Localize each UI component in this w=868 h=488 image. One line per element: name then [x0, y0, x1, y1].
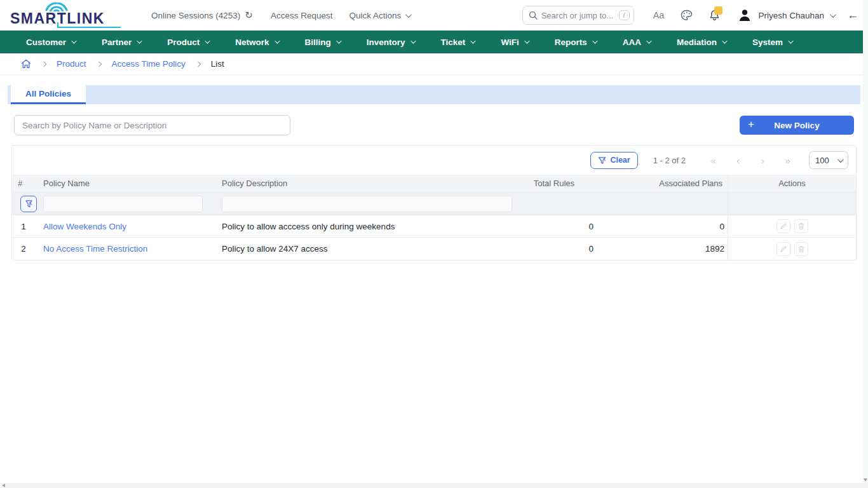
breadcrumb-current-list: List	[211, 59, 224, 69]
chevron-down-icon	[592, 38, 597, 43]
policy-name-link[interactable]: No Access Time Restriction	[43, 244, 147, 254]
vertical-scrollbar[interactable]	[863, 0, 868, 483]
nav-reports[interactable]: Reports	[541, 30, 609, 53]
delete-policy-button[interactable]	[794, 219, 808, 233]
avatar-icon	[738, 8, 752, 22]
chevron-down-icon	[410, 38, 416, 43]
smartlink-logo[interactable]: SMARTLINK	[9, 3, 122, 28]
col-index: #	[12, 179, 37, 188]
home-icon[interactable]	[21, 59, 31, 69]
pager: « ‹ › » 100	[701, 151, 848, 169]
theme-palette-button[interactable]	[681, 10, 693, 21]
new-policy-button[interactable]: + New Policy	[740, 116, 854, 135]
chevron-down-icon	[71, 38, 76, 43]
col-policy-name: Policy Name	[37, 179, 217, 188]
total-rules-value: 0	[526, 222, 599, 231]
associated-plans-value: 1892	[599, 244, 728, 254]
font-size-toggle[interactable]: Aa	[653, 10, 665, 20]
filter-policy-description-input[interactable]	[222, 196, 512, 212]
controls-row: + New Policy	[14, 115, 854, 135]
notifications-button[interactable]	[709, 10, 720, 21]
page-size-select[interactable]: 100	[809, 151, 848, 169]
global-search-input[interactable]	[541, 11, 615, 20]
breadcrumb-product[interactable]: Product	[57, 59, 86, 69]
last-page-icon[interactable]: »	[775, 155, 800, 166]
notification-badge	[714, 6, 722, 15]
chevron-down-icon	[205, 38, 210, 43]
nav-ticket[interactable]: Ticket	[428, 30, 488, 53]
nav-billing[interactable]: Billing	[292, 30, 353, 53]
quick-actions-label: Quick Actions	[349, 11, 401, 20]
table-row: 2 No Access Time Restriction Policy to a…	[12, 238, 856, 260]
filter-policy-name-input[interactable]	[43, 196, 203, 212]
chevron-down-icon	[336, 38, 341, 43]
nav-product[interactable]: Product	[154, 30, 222, 53]
row-index: 2	[12, 244, 37, 254]
funnel-icon	[25, 200, 33, 208]
filter-toggle-button[interactable]	[20, 196, 37, 212]
row-index: 1	[12, 222, 37, 231]
edit-policy-button[interactable]	[776, 219, 790, 233]
plus-icon: +	[748, 118, 754, 131]
clear-label: Clear	[610, 156, 630, 165]
chevron-down-icon	[837, 156, 844, 163]
nav-aaa[interactable]: AAA	[609, 30, 663, 53]
next-page-icon[interactable]: ›	[750, 155, 775, 166]
clear-filters-button[interactable]: Clear	[590, 152, 637, 169]
scroll-down-icon[interactable]	[864, 478, 867, 482]
total-rules-value: 0	[526, 244, 599, 254]
breadcrumb-separator-icon	[96, 61, 101, 66]
breadcrumb-separator-icon	[196, 61, 201, 66]
palette-icon	[681, 10, 693, 21]
trash-icon	[797, 222, 805, 230]
online-sessions-label: Online Sessions (4253)	[151, 11, 240, 20]
scroll-left-icon[interactable]	[2, 484, 5, 487]
nav-partner[interactable]: Partner	[88, 30, 154, 53]
chevron-down-icon	[471, 38, 476, 43]
edit-policy-button[interactable]	[776, 242, 790, 256]
chevron-down-icon	[275, 38, 280, 43]
chevron-down-icon	[646, 38, 651, 43]
grid-toolbar: Clear 1 - 2 of 2 « ‹ › » 100	[12, 146, 856, 175]
refresh-icon[interactable]: ↻	[245, 10, 253, 21]
global-search[interactable]: /	[522, 6, 634, 25]
table-header-row: # Policy Name Policy Description Total R…	[12, 175, 856, 193]
tab-all-policies[interactable]: All Policies	[11, 85, 86, 104]
logo-underline	[57, 27, 121, 28]
policy-name-link[interactable]: Allow Weekends Only	[43, 222, 126, 231]
prev-page-icon[interactable]: ‹	[726, 155, 750, 166]
user-menu[interactable]: Priyesh Chauhan	[758, 11, 834, 20]
col-associated-plans: Associated Plans	[599, 179, 728, 188]
search-icon	[529, 11, 538, 20]
table-row: 1 Allow Weekends Only Policy to allow ac…	[12, 215, 856, 238]
nav-inventory[interactable]: Inventory	[353, 30, 428, 53]
top-header: SMARTLINK Online Sessions (4253) ↻ Acces…	[0, 0, 868, 30]
breadcrumb-access-time-policy[interactable]: Access Time Policy	[112, 59, 186, 69]
trash-icon	[797, 245, 805, 253]
first-page-icon[interactable]: «	[701, 155, 726, 166]
user-name-label: Priyesh Chauhan	[758, 11, 824, 20]
policy-search-input[interactable]	[14, 115, 290, 135]
user-avatar[interactable]	[738, 8, 752, 22]
online-sessions-link[interactable]: Online Sessions (4253) ↻	[151, 10, 253, 21]
table-filter-row	[12, 193, 856, 215]
col-policy-description: Policy Description	[217, 179, 526, 188]
row-range-label: 1 - 2 of 2	[653, 156, 686, 165]
nav-mediation[interactable]: Mediation	[663, 30, 739, 53]
tab-strip: All Policies	[8, 85, 860, 104]
quick-actions-menu[interactable]: Quick Actions	[349, 11, 410, 20]
nav-network[interactable]: Network	[222, 30, 291, 53]
filter-clear-icon	[598, 156, 606, 165]
back-arrow-button[interactable]: ←	[847, 8, 859, 22]
chevron-down-icon	[137, 38, 142, 43]
col-total-rules: Total Rules	[526, 179, 599, 188]
nav-wifi[interactable]: WiFi	[487, 30, 541, 53]
access-request-link[interactable]: Access Request	[271, 11, 333, 20]
delete-policy-button[interactable]	[794, 242, 808, 256]
nav-system[interactable]: System	[739, 30, 805, 53]
breadcrumb: Product Access Time Policy List	[0, 53, 868, 74]
access-request-label: Access Request	[271, 11, 333, 20]
main-navbar: Customer Partner Product Network Billing…	[0, 30, 868, 53]
horizontal-scrollbar[interactable]	[0, 483, 868, 488]
nav-customer[interactable]: Customer	[13, 30, 88, 53]
